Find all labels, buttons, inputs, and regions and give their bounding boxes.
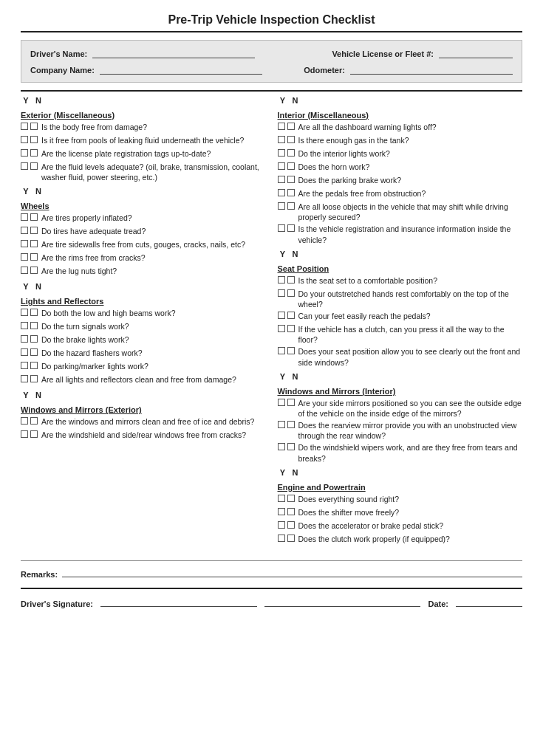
checkbox-y[interactable] — [278, 495, 285, 502]
checkbox-y[interactable] — [21, 375, 28, 382]
checkbox-y[interactable] — [278, 123, 285, 130]
checkbox-y[interactable] — [21, 348, 28, 356]
list-item: Are the fluid levels adequate? (oil, bra… — [21, 162, 266, 182]
checkbox-n[interactable] — [287, 495, 295, 502]
checkbox-y[interactable] — [21, 227, 28, 234]
remarks-input[interactable] — [62, 567, 522, 577]
checkbox-n[interactable] — [287, 399, 295, 406]
lights-title: Lights and Reflectors — [21, 297, 103, 306]
checkbox-y[interactable] — [278, 202, 285, 210]
yn-boxes — [21, 135, 38, 143]
vehicle-license-input[interactable] — [439, 48, 513, 58]
checkbox-n[interactable] — [287, 149, 295, 157]
checkbox-y[interactable] — [21, 136, 28, 143]
checkbox-y[interactable] — [278, 521, 285, 529]
checkbox-n[interactable] — [287, 136, 295, 143]
date-input[interactable] — [456, 597, 522, 607]
remarks-row: Remarks: — [21, 567, 522, 579]
checkbox-y[interactable] — [278, 176, 285, 183]
checkbox-n[interactable] — [30, 123, 38, 130]
checkbox-y[interactable] — [278, 508, 285, 515]
checkbox-y[interactable] — [21, 149, 28, 157]
checkbox-n[interactable] — [287, 123, 295, 130]
checkbox-y[interactable] — [278, 189, 285, 196]
checkbox-y[interactable] — [21, 240, 28, 247]
checkbox-n[interactable] — [30, 309, 38, 316]
item-text: Does the shifter move freely? — [298, 507, 400, 518]
checkbox-y[interactable] — [278, 224, 285, 232]
checkbox-y[interactable] — [21, 335, 28, 343]
item-text: Does the accelerator or brake pedal stic… — [298, 520, 444, 531]
checkbox-n[interactable] — [287, 508, 295, 515]
item-text: Is there enough gas in the tank? — [298, 135, 409, 145]
item-text: Does the clutch work properly (if equipp… — [298, 534, 450, 544]
checkbox-n[interactable] — [30, 348, 38, 356]
checkbox-y[interactable] — [278, 399, 285, 406]
checkbox-y[interactable] — [21, 162, 28, 170]
windows-ext-title: Windows and Mirrors (Exterior) — [21, 405, 142, 414]
signature-input[interactable] — [100, 597, 257, 607]
right-column: Y N Interior (Miscellaneous) Are all the… — [278, 96, 523, 547]
company-name-input[interactable] — [100, 64, 262, 75]
checkbox-n[interactable] — [30, 375, 38, 382]
checkbox-y[interactable] — [21, 309, 28, 316]
yn-boxes — [278, 442, 295, 450]
wheels-yn-header: Y N — [21, 187, 266, 196]
checkbox-n[interactable] — [30, 267, 38, 274]
checkbox-n[interactable] — [287, 312, 295, 319]
checkbox-n[interactable] — [30, 149, 38, 157]
item-text: Are all the dashboard warning lights off… — [298, 122, 437, 132]
checkbox-n[interactable] — [287, 289, 295, 297]
y-label: Y — [278, 250, 288, 258]
signature-input-2[interactable] — [264, 597, 421, 607]
checkbox-y[interactable] — [278, 325, 285, 332]
list-item: Can your feet easily reach the pedals? — [278, 311, 523, 323]
list-item: Does your seat position allow you to see… — [278, 346, 523, 367]
checkbox-n[interactable] — [30, 253, 38, 261]
checkbox-y[interactable] — [21, 123, 28, 130]
checkbox-n[interactable] — [30, 430, 38, 438]
checkbox-n[interactable] — [287, 176, 295, 183]
checkbox-n[interactable] — [30, 136, 38, 143]
checkbox-n[interactable] — [287, 521, 295, 529]
checkbox-y[interactable] — [21, 213, 28, 221]
checkbox-y[interactable] — [278, 421, 285, 428]
checkbox-n[interactable] — [30, 162, 38, 170]
checkbox-y[interactable] — [278, 289, 285, 297]
checkbox-n[interactable] — [30, 240, 38, 247]
checkbox-y[interactable] — [278, 535, 285, 542]
checkbox-y[interactable] — [278, 276, 285, 284]
checkbox-n[interactable] — [30, 322, 38, 329]
checkbox-n[interactable] — [287, 202, 295, 210]
checkbox-y[interactable] — [21, 430, 28, 438]
checkbox-n[interactable] — [287, 347, 295, 354]
checkbox-y[interactable] — [21, 417, 28, 425]
checkbox-y[interactable] — [21, 253, 28, 261]
checkbox-n[interactable] — [30, 417, 38, 425]
checkbox-n[interactable] — [287, 189, 295, 196]
header-row-2: Company Name: Odometer: — [30, 64, 513, 75]
checkbox-n[interactable] — [287, 443, 295, 450]
checkbox-n[interactable] — [287, 162, 295, 170]
checkbox-y[interactable] — [278, 162, 285, 170]
checkbox-y[interactable] — [21, 322, 28, 329]
checkbox-n[interactable] — [30, 335, 38, 343]
checkbox-n[interactable] — [30, 362, 38, 369]
driver-name-input[interactable] — [92, 48, 255, 58]
checkbox-n[interactable] — [287, 325, 295, 332]
checkbox-y[interactable] — [278, 347, 285, 354]
checkbox-y[interactable] — [21, 267, 28, 274]
checkbox-y[interactable] — [278, 312, 285, 319]
checkbox-n[interactable] — [287, 421, 295, 428]
driver-name-field: Driver's Name: — [30, 48, 255, 58]
checkbox-y[interactable] — [278, 149, 285, 157]
checkbox-n[interactable] — [287, 276, 295, 284]
checkbox-y[interactable] — [278, 443, 285, 450]
checkbox-n[interactable] — [287, 535, 295, 542]
odometer-input[interactable] — [350, 64, 513, 75]
checkbox-y[interactable] — [21, 362, 28, 369]
checkbox-n[interactable] — [30, 227, 38, 234]
checkbox-y[interactable] — [278, 136, 285, 143]
checkbox-n[interactable] — [287, 224, 295, 232]
checkbox-n[interactable] — [30, 213, 38, 221]
